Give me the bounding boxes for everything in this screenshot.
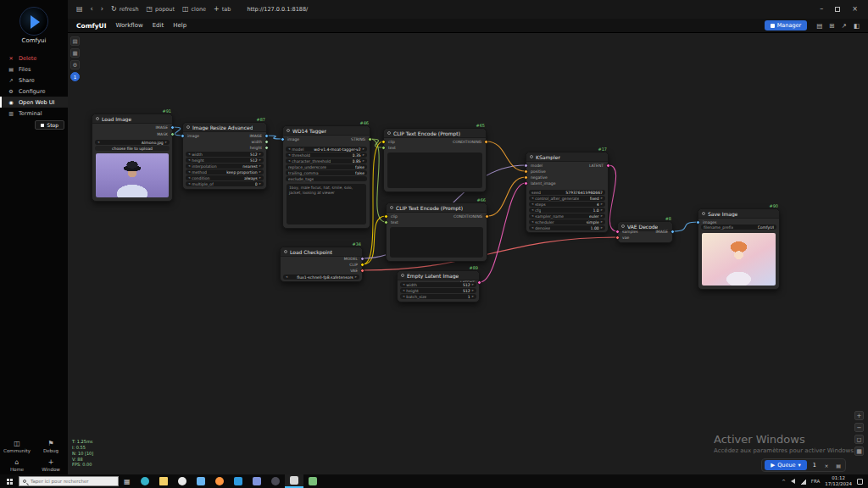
increment-icon[interactable]: ▸	[259, 158, 261, 163]
decrement-icon[interactable]: ◂	[188, 176, 190, 180]
sidebar-item-terminal[interactable]: ▥Terminal	[0, 108, 68, 119]
input-slot-text[interactable]	[381, 146, 386, 150]
node-clip_pos[interactable]: CLIP Text Encode (Prompt)#65cliptextCOND…	[383, 128, 487, 192]
widget-height[interactable]: ◂height512▸	[400, 288, 476, 293]
widget-threshold[interactable]: ◂threshold0.35▸	[286, 152, 367, 158]
widget-scheduler[interactable]: ◂schedulersimple▸	[529, 219, 605, 225]
decrement-icon[interactable]: ◂	[188, 182, 190, 186]
output-slot-CONDITIONING[interactable]	[484, 140, 488, 144]
apps-icon[interactable]: ▤	[76, 6, 83, 13]
increment-icon[interactable]: ▸	[601, 197, 603, 201]
minimize-button[interactable]: –	[820, 6, 823, 13]
decrement-icon[interactable]: ◂	[188, 158, 190, 163]
menu-workflow[interactable]: Workflow	[116, 22, 143, 29]
decrement-icon[interactable]: ◂	[403, 289, 404, 293]
input-slot-clip[interactable]	[384, 214, 388, 219]
node-clip_neg[interactable]: CLIP Text Encode (Prompt)#66cliptextCOND…	[386, 202, 487, 262]
decrement-icon[interactable]: ◂	[288, 147, 290, 152]
output-slot-IMAGE[interactable]	[670, 230, 675, 234]
increment-icon[interactable]: ▸	[259, 182, 261, 186]
clock[interactable]: 01:12 17/12/2024	[825, 475, 852, 487]
start-button[interactable]	[0, 474, 19, 488]
node-header[interactable]: Load Image	[92, 114, 172, 124]
menu-edit[interactable]: Edit	[153, 22, 164, 29]
output-slot-width[interactable]	[264, 140, 269, 144]
output-slot-LATENT[interactable]	[477, 280, 481, 285]
queue-button[interactable]: ▶ Queue ▾	[765, 460, 807, 470]
output-slot-LATENT[interactable]	[606, 164, 610, 168]
manager-button[interactable]: Manager	[765, 20, 808, 30]
node-image_resize[interactable]: Image Resize Advanced#87imageIMAGEwidthh…	[182, 122, 267, 190]
node-wd14[interactable]: WD14 Tagger#46imageSTRING◂modelwd-v1.4-m…	[282, 125, 370, 229]
widget-cfg[interactable]: ◂cfg1.0▸	[529, 208, 605, 213]
taskbar-app-store[interactable]	[192, 474, 210, 488]
input-slot-vae[interactable]	[615, 236, 620, 240]
collapse-icon[interactable]	[702, 212, 705, 215]
sidebar-footer-debug[interactable]: ⚑Debug	[34, 440, 68, 453]
decrement-icon[interactable]: ◂	[403, 283, 404, 287]
collapse-icon[interactable]	[401, 274, 404, 277]
widget-replace_underscore[interactable]: replace_underscorefalse	[286, 164, 367, 169]
node-header[interactable]: KSampler	[526, 152, 608, 162]
decrement-icon[interactable]: ◂	[403, 295, 404, 299]
output-slot-MASK[interactable]	[170, 132, 175, 136]
increment-icon[interactable]: ▸	[472, 283, 474, 287]
decrement-icon[interactable]: ◂	[288, 159, 290, 164]
toggle-bottom-panel-icon[interactable]: ▤	[816, 22, 822, 30]
queue-count[interactable]: 1	[810, 462, 819, 469]
action-center-icon[interactable]	[857, 479, 863, 485]
collapse-icon[interactable]	[96, 117, 99, 120]
widget-control_after_generate[interactable]: ◂control_after_generatefixed▸	[529, 196, 605, 201]
popout-button[interactable]: ◳ popout	[147, 6, 175, 13]
templates-icon[interactable]: ▦	[70, 48, 80, 58]
input-slot-samples[interactable]	[615, 230, 620, 234]
increment-icon[interactable]: ▸	[601, 226, 603, 230]
back-icon[interactable]: ‹	[91, 6, 93, 13]
output-slot-IMAGE[interactable]	[264, 134, 269, 138]
taskbar-app-pinokio[interactable]	[285, 474, 303, 488]
decrement-icon[interactable]: ◂	[531, 226, 533, 230]
clear-queue-icon[interactable]: ×	[822, 461, 831, 469]
output-slot-IMAGE[interactable]	[170, 125, 175, 130]
increment-icon[interactable]: ▸	[601, 214, 603, 219]
share-workflow-icon[interactable]: ↗	[842, 22, 847, 30]
decrement-icon[interactable]: ◂	[531, 197, 533, 201]
decrement-icon[interactable]: ◂	[188, 170, 190, 175]
output-slot-MODEL[interactable]	[360, 257, 364, 261]
taskbar-app-vscode[interactable]	[229, 474, 248, 488]
sidebar-footer-home[interactable]: ⌂Home	[0, 458, 34, 472]
input-slot-image[interactable]	[281, 137, 285, 141]
node-canvas[interactable]: ▤ ▦ ⚙ 1 T: 1.25msI: 0.55N: 10 [10]V: 88F…	[68, 33, 868, 474]
widget-multiple_of[interactable]: ◂multiple_of0▸	[186, 181, 264, 186]
output-slot-STRING[interactable]	[368, 137, 372, 141]
zoom-out-button[interactable]: −	[854, 423, 864, 432]
decrement-icon[interactable]: ◂	[531, 220, 533, 225]
widget-filename_prefix[interactable]: filename_prefixComfyUI	[701, 225, 776, 230]
increment-icon[interactable]: ▸	[165, 141, 167, 145]
widget-model[interactable]: ◂modelwd-v1.4-moat-tagger-v2▸	[286, 147, 367, 152]
widget-button[interactable]: choose file to upload	[95, 146, 170, 151]
forward-icon[interactable]: ›	[101, 6, 103, 13]
node-header[interactable]: WD14 Tagger	[283, 126, 370, 136]
node-map-icon[interactable]: ⊞	[829, 22, 834, 30]
widget-width[interactable]: ◂width512▸	[400, 282, 476, 287]
input-slot-clip[interactable]	[381, 140, 386, 144]
decrement-icon[interactable]: ◂	[288, 153, 290, 158]
notification-badge[interactable]: 1	[70, 72, 80, 81]
input-slot-latent_image[interactable]	[524, 181, 528, 186]
zoom-in-button[interactable]: +	[854, 411, 864, 420]
collapse-icon[interactable]	[530, 155, 533, 158]
taskbar-app-chrome[interactable]	[173, 474, 192, 488]
sidebar-item-configure[interactable]: ⚙Configure	[0, 86, 68, 97]
network-icon[interactable]	[800, 479, 806, 485]
queue-history-icon[interactable]: ▤	[834, 461, 843, 469]
sidebar-footer-community[interactable]: ◫Community	[0, 440, 34, 453]
collapse-icon[interactable]	[387, 131, 391, 135]
comfyui-brand[interactable]: ComfyUI	[76, 22, 107, 30]
taskbar-search[interactable]	[19, 476, 119, 486]
minimap-button[interactable]: ▦	[854, 446, 864, 456]
node-save_image[interactable]: Save Image#90imagesfilename_prefixComfyU…	[698, 208, 780, 290]
maximize-button[interactable]	[835, 7, 840, 12]
decrement-icon[interactable]: ◂	[286, 275, 287, 280]
increment-icon[interactable]: ▸	[363, 159, 364, 164]
